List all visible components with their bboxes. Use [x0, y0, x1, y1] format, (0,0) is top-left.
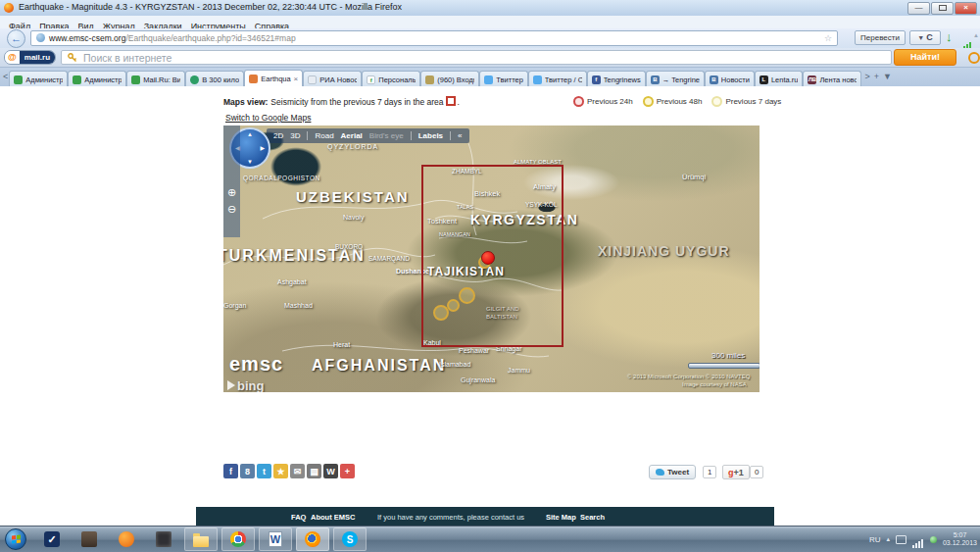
taskbar-windows-explorer[interactable] [184, 527, 218, 551]
footer-search-link[interactable]: Search [580, 513, 605, 522]
browser-tab[interactable]: fTengrinews.... [587, 71, 646, 86]
taskbar-skype[interactable]: S [333, 527, 367, 551]
google-share-icon[interactable]: 8 [240, 464, 255, 478]
browser-tab[interactable]: (960) Входя... [420, 71, 479, 86]
title-bar[interactable]: Earthquake - Magnitude 4.3 - KYRGYZSTAN … [0, 0, 980, 17]
gplus-button[interactable]: g+1 [722, 465, 750, 479]
url-bar[interactable]: www.emsc-csem.org/Earthquake/earthquake.… [30, 30, 838, 46]
web-search-input[interactable]: Поиск в интернете [61, 50, 892, 65]
taskbar-world-of-tanks[interactable] [73, 527, 106, 551]
mailru-logo[interactable]: @mail.ru [4, 50, 56, 65]
hidden-icons-arrow[interactable]: ▴ [886, 535, 890, 543]
pan-right-icon[interactable]: ▶ [260, 144, 265, 151]
map-control[interactable]: « [458, 131, 462, 140]
earthquake-48h-marker[interactable] [459, 287, 475, 304]
map-control[interactable]: 3D [290, 131, 300, 140]
legend-item: Previous 48h [643, 96, 703, 107]
start-button[interactable] [5, 528, 26, 550]
site-map-link[interactable]: Site Map [546, 513, 576, 522]
new-tab-button[interactable]: + [874, 72, 879, 81]
faq-link[interactable]: FAQ [291, 513, 306, 522]
taskbar-fl-studio[interactable] [110, 527, 143, 551]
network-icon[interactable] [896, 535, 906, 544]
bing-logo[interactable]: bing [227, 378, 264, 392]
zoom-in-icon[interactable]: ⊕ [223, 186, 240, 199]
about-emsc-link[interactable]: About EMSC [311, 513, 355, 522]
search-settings-icon[interactable] [968, 52, 980, 64]
twitter-share-icon[interactable]: t [257, 464, 271, 478]
map-label: BUXORO [335, 243, 363, 250]
tab-favicon [484, 75, 493, 84]
taskbar-chrome[interactable] [221, 527, 255, 551]
earthquake-48h-marker[interactable] [447, 299, 460, 312]
browser-tab[interactable]: Твиттер / О... [528, 71, 587, 86]
divider [450, 131, 451, 140]
status-dot-icon[interactable] [930, 536, 937, 543]
browser-tab[interactable]: РИА Новос... [303, 71, 362, 86]
taskbar-word[interactable]: W [259, 527, 292, 551]
bing-map[interactable]: QYZYLORDAQORADALPOGHISTONUZBEKISTANNavoi… [223, 125, 760, 392]
browser-tab[interactable]: Администр... [9, 71, 68, 86]
world-of-tanks-icon [81, 531, 97, 547]
zoom-out-icon[interactable]: ⊖ [223, 203, 240, 216]
tweet-button[interactable]: Tweet [649, 465, 696, 479]
restore-button[interactable] [931, 2, 954, 15]
browser-tab[interactable]: B→ Tengrine... [646, 71, 705, 86]
browser-tab[interactable]: Earthqua...× [244, 70, 303, 86]
pan-down-icon[interactable]: ▼ [247, 159, 253, 165]
taskbar-firefox[interactable] [296, 527, 329, 551]
mailru-at-icon: @ [5, 51, 20, 64]
wordpress-share-icon[interactable]: W [323, 464, 338, 478]
map-control[interactable]: Aerial [341, 131, 363, 140]
reload-button[interactable]: ▼ C [909, 30, 941, 45]
tab-label: Lenta.ru [771, 75, 799, 84]
browser-tab[interactable]: LLenta.ru [755, 71, 804, 86]
tab-favicon [533, 75, 542, 84]
legend-circle-icon [643, 96, 654, 107]
tab-scroll-left-button[interactable]: < [3, 72, 8, 81]
signal-bars-icon[interactable] [912, 530, 924, 548]
toolbar-collapse-icon[interactable]: ▲ [973, 32, 979, 38]
map-control[interactable]: 2D [273, 131, 283, 140]
map-label: SAMARQAND [368, 255, 410, 262]
download-indicator-icon[interactable]: ↓ [946, 29, 953, 44]
browser-tab[interactable]: ЛВЛента ново... [803, 71, 861, 86]
taskbar-app-checkmark[interactable]: ✓ [35, 527, 69, 551]
bookmark-star-icon[interactable]: ☆ [824, 31, 832, 45]
browser-tab[interactable]: В 300 кило... [185, 71, 244, 86]
map-control[interactable]: Road [315, 131, 333, 140]
back-button[interactable]: ← [7, 29, 25, 48]
switch-to-google-maps-link[interactable]: Switch to Google Maps [225, 113, 311, 123]
email-share-icon[interactable]: ✉ [290, 464, 305, 478]
map-control[interactable]: Labels [418, 131, 443, 140]
browser-tab[interactable]: BНовости [705, 71, 755, 86]
tab-close-icon[interactable]: × [294, 75, 299, 83]
dropdown-icon[interactable]: ▼ [917, 34, 924, 41]
language-indicator[interactable]: RU [869, 535, 881, 544]
close-button[interactable]: × [955, 2, 977, 15]
map-label: UZBEKISTAN [296, 188, 410, 205]
browser-tab[interactable]: fПерсональ... [362, 71, 420, 86]
browser-tab[interactable]: Администр... [68, 71, 126, 86]
browser-tab[interactable]: Твиттер [479, 71, 528, 86]
clock[interactable]: 5:0703.12.2013 [943, 531, 977, 547]
earthquake-24h-marker[interactable] [481, 251, 495, 265]
taskbar-dark-app[interactable] [147, 527, 180, 551]
map-label: Ürümqi [682, 173, 706, 181]
sharethis-share-icon[interactable]: + [340, 464, 355, 478]
facebook-share-icon[interactable]: f [223, 464, 238, 478]
translate-button[interactable]: Перевести [855, 30, 906, 45]
browser-tab[interactable]: Mail.Ru: Ви... [126, 71, 185, 86]
favorites-share-icon[interactable]: ★ [273, 464, 288, 478]
tab-scroll-right-button[interactable]: > [864, 72, 869, 81]
minimize-button[interactable]: — [907, 2, 930, 15]
tab-list-button[interactable]: ▼ [883, 72, 892, 81]
print-share-icon[interactable]: ▤ [307, 464, 321, 478]
contact-us-text[interactable]: If you have any comments, please contact… [377, 513, 524, 522]
pan-up-icon[interactable]: ▲ [247, 131, 253, 137]
map-control[interactable]: Bird's eye [369, 131, 404, 140]
tweet-count: 1 [703, 466, 716, 478]
map-label: Peshawar [459, 347, 489, 354]
search-submit-button[interactable]: Найти! [894, 49, 956, 66]
dark-app-icon [156, 531, 172, 547]
